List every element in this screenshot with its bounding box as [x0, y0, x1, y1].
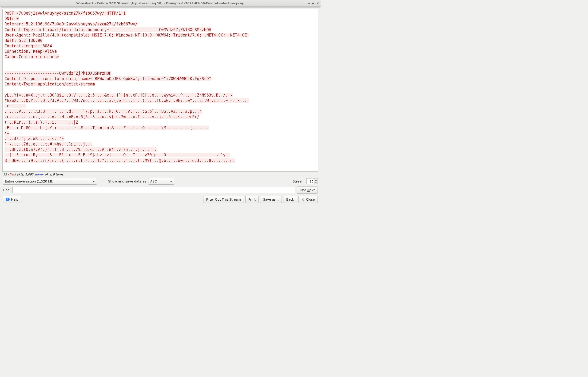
maximize-icon[interactable]: + — [312, 1, 315, 5]
minimize-icon[interactable]: – — [308, 1, 310, 5]
chevron-down-icon: ▼ — [93, 180, 95, 183]
help-icon: ? — [6, 198, 10, 201]
stream-number-stepper[interactable]: ▲▼ — [306, 178, 318, 185]
encoding-select[interactable]: ASCII ▼ — [148, 178, 174, 185]
server-word: server — [34, 173, 44, 176]
client-pkt-count: 32 — [3, 173, 7, 176]
close-window-icon[interactable]: × — [316, 1, 319, 5]
conversation-select[interactable]: Entire conversation (1,520 kB) ▼ — [3, 178, 97, 185]
packet-count-status: 32 client pkts, 1,092 server pkts, 9 tur… — [1, 172, 320, 177]
save-as-button[interactable]: Save as… — [260, 196, 282, 203]
help-button[interactable]: ? Help — [3, 196, 22, 203]
filter-out-label: Filter Out This Stream — [206, 198, 241, 201]
close-icon: × — [301, 198, 304, 201]
client-word: client — [8, 173, 16, 176]
save-as-label: Save as… — [263, 198, 279, 201]
button-row: ? Help Filter Out This Stream Print Save… — [1, 195, 320, 205]
tcp-stream-text[interactable]: POST /7u0e9j2avwlvnuynyo/szcm27k/fzb067w… — [2, 9, 318, 172]
print-label: Print — [248, 198, 256, 201]
encoding-select-value: ASCII — [150, 179, 158, 183]
find-next-button[interactable]: Find Next — [297, 187, 318, 194]
window-title: Wireshark · Follow TCP Stream (tcp.strea… — [76, 1, 244, 5]
conversation-select-value: Entire conversation (1,520 kB) — [5, 179, 53, 183]
status-suffix: pkts, 9 turns. — [44, 173, 64, 176]
window-titlebar: Wireshark · Follow TCP Stream (tcp.strea… — [0, 0, 321, 7]
find-label: Find: — [3, 188, 11, 192]
close-button[interactable]: × Close — [299, 196, 318, 203]
find-input[interactable] — [12, 187, 295, 193]
help-button-label: Help — [11, 198, 18, 201]
stream-number-input[interactable] — [306, 178, 314, 184]
stepper-arrows[interactable]: ▲▼ — [314, 178, 318, 184]
stream-number-label: Stream — [293, 179, 305, 183]
chevron-down-icon: ▼ — [170, 180, 172, 183]
options-row: Entire conversation (1,520 kB) ▼ Show an… — [1, 177, 320, 186]
status-mid: pkts, 1,092 — [16, 173, 34, 176]
chevron-down-icon[interactable]: ▼ — [315, 182, 317, 184]
back-label: Back — [286, 198, 294, 201]
find-row: Find: Find Next — [1, 186, 320, 195]
show-data-as-label: Show and save data as — [108, 179, 146, 183]
chevron-up-icon[interactable]: ▲ — [315, 179, 317, 181]
back-button[interactable]: Back — [283, 196, 297, 203]
filter-out-stream-button[interactable]: Filter Out This Stream — [203, 196, 244, 203]
dialog-body: POST /7u0e9j2avwlvnuynyo/szcm27k/fzb067w… — [1, 7, 320, 205]
print-button[interactable]: Print — [245, 196, 259, 203]
